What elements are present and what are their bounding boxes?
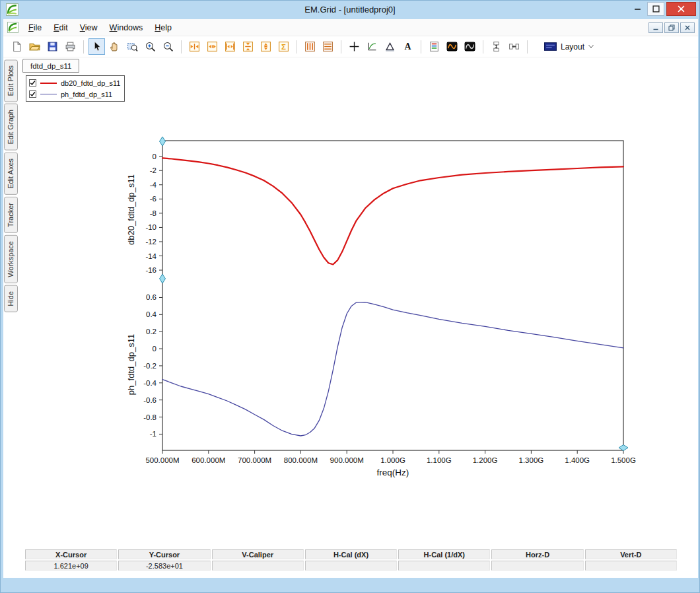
x-tick-label: 900.000M xyxy=(330,456,364,464)
expand-vertical-icon xyxy=(491,41,502,52)
zoom-in-button[interactable] xyxy=(142,38,158,55)
legend-checkbox[interactable] xyxy=(29,90,36,98)
legend-label: ph_fdtd_dp_s11 xyxy=(61,90,112,98)
autoscale-sigma-button[interactable]: Σ xyxy=(275,38,292,55)
menu-bar: FileEditViewWindowsHelp xyxy=(3,19,698,36)
expand-horizontal-button[interactable] xyxy=(506,38,522,55)
mdi-close-button[interactable] xyxy=(680,22,695,33)
legend-item[interactable]: db20_fdtd_dp_s11 xyxy=(29,78,120,88)
waveform-orange-button[interactable] xyxy=(444,38,460,55)
print-button[interactable] xyxy=(62,38,79,55)
status-header: Y-Cursor xyxy=(118,549,210,559)
pan-hand-button[interactable] xyxy=(106,38,123,55)
y-tick-label: -10 xyxy=(145,223,157,231)
sidebar-vertical-tabs: Edit PlotsEdit GraphEdit AxesTrackerWork… xyxy=(4,59,19,312)
legend-item[interactable]: ph_fdtd_dp_s11 xyxy=(29,89,120,99)
x-tick-label: 1.300G xyxy=(519,456,544,464)
save-button[interactable] xyxy=(44,38,61,55)
axes-curve-button[interactable] xyxy=(364,38,380,55)
sidebar-tab-edit-plots[interactable]: Edit Plots xyxy=(4,59,18,102)
new-file-button[interactable] xyxy=(9,38,25,55)
y-tick-label: -8 xyxy=(150,209,157,217)
legend-checkbox[interactable] xyxy=(29,79,36,87)
menu-item-view[interactable]: View xyxy=(74,21,104,34)
menu-item-help[interactable]: Help xyxy=(149,21,178,34)
menu-item-windows[interactable]: Windows xyxy=(104,21,149,34)
expand-horizontal-icon xyxy=(508,41,520,52)
maximize-icon xyxy=(652,5,660,13)
autoscale-sigma-icon: Σ xyxy=(278,41,289,52)
sidebar-tab-tracker[interactable]: Tracker xyxy=(4,197,18,233)
mdi-restore-button[interactable] xyxy=(664,22,679,33)
document-tab[interactable]: fdtd_dp_s11 xyxy=(22,59,79,73)
text-label-button[interactable]: A xyxy=(400,38,416,55)
x-tick-label: 1.100G xyxy=(427,456,452,464)
toolbar-separator xyxy=(83,40,84,53)
select-cursor-button[interactable] xyxy=(88,38,105,55)
x-tick-label: 800.000M xyxy=(284,456,318,464)
close-button[interactable] xyxy=(666,2,696,16)
minimize-button[interactable] xyxy=(627,2,647,16)
waveform-white-button[interactable] xyxy=(462,38,478,55)
add-cursor-button[interactable] xyxy=(346,38,363,55)
y-tick-label: -14 xyxy=(145,252,157,260)
horizontal-markers-button[interactable] xyxy=(320,38,336,55)
layout-icon xyxy=(544,42,557,51)
colored-page-button[interactable] xyxy=(426,38,442,55)
x-tick-label: 1.200G xyxy=(473,456,498,464)
y-tick-label: -1 xyxy=(150,430,157,438)
zoom-out-button[interactable] xyxy=(160,38,176,55)
content-area: Edit PlotsEdit GraphEdit AxesTrackerWork… xyxy=(3,57,698,578)
ph_fdtd_dp_s11-curve xyxy=(162,302,623,436)
toolbar-separator xyxy=(421,40,421,53)
maximize-button[interactable] xyxy=(647,2,664,16)
pan-horizontal-button[interactable] xyxy=(204,38,221,55)
axis-handle[interactable] xyxy=(160,274,166,283)
add-cursor-icon xyxy=(349,41,360,52)
status-bar: X-CursorY-CursorV-CaliperH-Cal (dX)H-Cal… xyxy=(25,549,677,571)
window-title: EM.Grid - [untitledproj0] xyxy=(1,5,699,15)
x-tick-label: 600.000M xyxy=(192,456,225,464)
open-folder-button[interactable] xyxy=(26,38,43,55)
waveform-orange-icon xyxy=(446,41,458,52)
fit-vertical-button[interactable] xyxy=(240,38,256,55)
document-tab-label: fdtd_dp_s11 xyxy=(30,62,71,70)
mdi-window-controls xyxy=(648,22,695,33)
y-tick-label: -16 xyxy=(145,266,157,274)
status-value xyxy=(585,561,677,571)
menu-item-file[interactable]: File xyxy=(22,21,48,34)
text-label-icon: A xyxy=(402,41,413,52)
vertical-markers-button[interactable] xyxy=(302,38,318,55)
sidebar-tab-workspace[interactable]: Workspace xyxy=(4,235,18,283)
zoom-window-button[interactable] xyxy=(124,38,141,55)
delta-triangle-icon xyxy=(384,41,396,52)
sidebar-tab-edit-graph[interactable]: Edit Graph xyxy=(4,104,18,151)
x-tick-label: 500.000M xyxy=(145,456,179,464)
legend-label: db20_fdtd_dp_s11 xyxy=(61,79,120,87)
toolbar-separator xyxy=(297,40,297,53)
delta-triangle-button[interactable] xyxy=(382,38,398,55)
axis-handle[interactable] xyxy=(160,137,166,146)
colored-page-icon xyxy=(429,41,440,52)
status-value: 1.621e+09 xyxy=(25,561,117,571)
status-header: H-Cal (1/dX) xyxy=(398,549,490,559)
pan-vertical-button[interactable] xyxy=(258,38,274,55)
mdi-close-icon xyxy=(684,24,691,31)
layout-menu-button[interactable]: Layout xyxy=(538,40,600,54)
y-tick-label: 0.6 xyxy=(146,293,157,301)
pan-horizontal-icon xyxy=(207,41,218,52)
plot-canvas[interactable]: 0-2-4-6-8-10-12-14-16db20_fdtd_dp_s110.6… xyxy=(100,133,648,483)
sidebar-tab-hide[interactable]: Hide xyxy=(4,285,18,312)
legend-line-sample xyxy=(40,94,57,94)
status-header: X-Cursor xyxy=(25,549,117,559)
axis-handle[interactable] xyxy=(619,445,628,451)
db20_fdtd_dp_s11-curve xyxy=(162,158,623,264)
fit-x-extents-button[interactable] xyxy=(222,38,238,55)
sidebar-tab-edit-axes[interactable]: Edit Axes xyxy=(4,153,18,195)
zoom-window-icon xyxy=(127,41,138,52)
mdi-minimize-button[interactable] xyxy=(648,22,663,33)
expand-vertical-button[interactable] xyxy=(488,38,505,55)
fit-horizontal-button[interactable] xyxy=(186,38,203,55)
toolbar-separator xyxy=(527,40,528,53)
menu-item-edit[interactable]: Edit xyxy=(48,21,74,34)
